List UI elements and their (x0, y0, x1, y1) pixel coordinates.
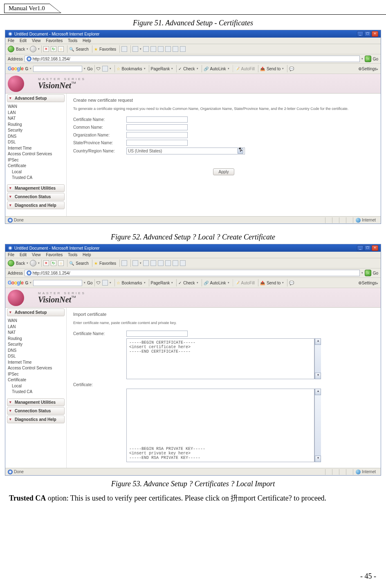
google-search-input[interactable] (33, 280, 82, 286)
sidebar-item-internet-time[interactable]: Internet Time (8, 360, 64, 366)
menu-edit[interactable]: Edit (20, 253, 27, 257)
sidebar-item-local[interactable]: Local (8, 383, 64, 389)
accordion-advanced-setup[interactable]: Advanced Setup (7, 94, 65, 102)
accordion-diagnostics-help[interactable]: Diagnostics and Help (7, 416, 65, 423)
favorites-label[interactable]: Favorites (99, 261, 116, 266)
sidebar-item-security[interactable]: Security (8, 342, 64, 348)
country-select[interactable]: US (United States) ▾ (126, 148, 245, 154)
discuss-icon[interactable] (158, 260, 164, 266)
sendto-label[interactable]: Send to (267, 281, 281, 285)
menu-view[interactable]: View (32, 38, 41, 43)
sidebar-item-security[interactable]: Security (8, 127, 64, 134)
close-button[interactable]: × (372, 31, 378, 37)
search-icon[interactable]: 🔍 (69, 47, 74, 51)
scroll-up-icon[interactable]: ▴ (315, 389, 321, 395)
sidebar-item-ipsec[interactable]: IPSec (8, 157, 64, 163)
apply-button[interactable]: Apply (213, 168, 234, 175)
more-icon[interactable]: 💬 (289, 67, 294, 71)
accordion-advanced-setup[interactable]: Advanced Setup (7, 309, 65, 316)
menu-file[interactable]: File (8, 253, 14, 257)
bookmarks-label[interactable]: Bookmarks (122, 67, 142, 71)
autolink-icon[interactable]: 🔗 (204, 67, 209, 71)
discuss-icon[interactable] (158, 46, 164, 52)
address-input[interactable]: http://192.168.1.254/ (25, 270, 360, 276)
stop-icon[interactable]: ✕ (43, 260, 49, 266)
edit-icon[interactable] (150, 260, 156, 266)
accordion-connection-status[interactable]: Connection Status (7, 193, 65, 201)
scrollbar[interactable]: ▴ ▾ (314, 389, 321, 462)
back-icon[interactable] (8, 260, 14, 266)
google-go-label[interactable]: Go (87, 281, 92, 285)
menu-favorites[interactable]: Favorites (46, 253, 63, 257)
menu-favorites[interactable]: Favorites (46, 38, 63, 43)
sidebar-item-local[interactable]: Local (8, 169, 64, 175)
forward-icon[interactable] (30, 46, 36, 52)
org-name-input[interactable] (126, 132, 188, 138)
phish-icon[interactable]: 🛡 (96, 281, 101, 285)
research-icon[interactable] (165, 46, 171, 52)
sidebar-item-nat[interactable]: NAT (8, 330, 64, 336)
sidebar-item-access-control[interactable]: Access Control Services (8, 365, 64, 371)
sidebar-item-nat[interactable]: NAT (8, 116, 64, 122)
settings-label[interactable]: Settings (362, 67, 377, 71)
cert-name-input[interactable] (126, 116, 188, 123)
check-icon[interactable]: ✓ (178, 281, 182, 285)
refresh-icon[interactable]: ↻ (51, 260, 56, 266)
accordion-diagnostics-help[interactable]: Diagnostics and Help (7, 201, 65, 209)
minimize-button[interactable]: _ (357, 245, 364, 251)
sidebar-item-internet-time[interactable]: Internet Time (8, 145, 64, 152)
more-icon[interactable]: 💬 (289, 281, 294, 285)
forward-icon[interactable] (30, 260, 36, 266)
sendto-icon[interactable]: 📤 (260, 281, 265, 285)
go-button[interactable]: → (365, 56, 371, 62)
certificate-textarea[interactable]: -----BEGIN CERTIFICATE----- <insert cert… (126, 338, 314, 379)
menu-edit[interactable]: Edit (20, 38, 27, 43)
search-label[interactable]: Search (76, 261, 89, 266)
sendto-icon[interactable]: 📤 (260, 67, 265, 71)
address-dropdown-icon[interactable]: ▾ (361, 57, 363, 60)
sidebar-item-routing[interactable]: Routing (8, 122, 64, 128)
mail-icon[interactable] (132, 260, 138, 266)
sidebar-item-dsl[interactable]: DSL (8, 139, 64, 145)
sidebar-item-lan[interactable]: LAN (8, 110, 64, 116)
extra-icon[interactable] (180, 260, 186, 266)
sidebar-item-certificate[interactable]: Certificate (8, 163, 64, 169)
refresh-icon[interactable]: ↻ (51, 46, 56, 52)
sidebar-item-routing[interactable]: Routing (8, 336, 64, 342)
edit-icon[interactable] (150, 46, 156, 52)
autolink-label[interactable]: AutoLink (210, 281, 226, 285)
check-label[interactable]: Check (183, 281, 195, 285)
maximize-button[interactable]: □ (364, 31, 371, 37)
search-dropdown-icon[interactable]: ▾ (84, 281, 85, 284)
autolink-label[interactable]: AutoLink (210, 67, 226, 71)
favorites-icon[interactable]: ★ (94, 261, 98, 266)
bookmarks-label[interactable]: Bookmarks (122, 281, 142, 285)
menu-help[interactable]: Help (83, 253, 91, 257)
close-button[interactable]: × (372, 245, 378, 251)
messenger-icon[interactable] (173, 46, 178, 52)
check-label[interactable]: Check (183, 67, 195, 71)
sidebar-item-dns[interactable]: DNS (8, 348, 64, 354)
google-go-label[interactable]: Go (87, 67, 92, 71)
state-input[interactable] (126, 140, 188, 146)
home-icon[interactable]: ⌂ (58, 46, 64, 52)
search-icon[interactable]: 🔍 (69, 261, 74, 266)
settings-gear-icon[interactable]: ⚙ (358, 67, 362, 71)
back-label[interactable]: Back (16, 261, 25, 266)
scroll-up-icon[interactable]: ▴ (315, 338, 321, 345)
address-input[interactable]: http://192.168.1.254/ (25, 56, 360, 62)
sendto-label[interactable]: Send to (267, 67, 281, 71)
menu-tools[interactable]: Tools (68, 253, 77, 257)
mail-icon[interactable] (132, 46, 138, 52)
stop-icon[interactable]: ✕ (43, 46, 49, 52)
menu-help[interactable]: Help (83, 38, 91, 43)
search-dropdown-icon[interactable]: ▾ (84, 67, 85, 70)
options-icon[interactable] (102, 66, 108, 72)
back-label[interactable]: Back (16, 47, 25, 51)
sidebar-item-certificate[interactable]: Certificate (8, 377, 64, 383)
print-icon[interactable] (143, 46, 149, 52)
phish-icon[interactable]: 🛡 (96, 67, 101, 71)
research-icon[interactable] (165, 260, 171, 266)
minimize-button[interactable]: _ (357, 31, 364, 37)
google-search-input[interactable] (33, 66, 82, 72)
